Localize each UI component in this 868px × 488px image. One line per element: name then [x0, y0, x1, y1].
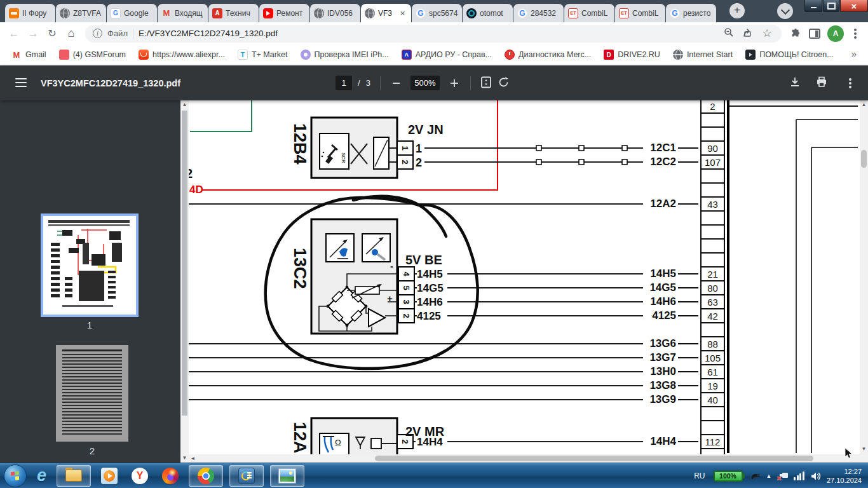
taskbar-media-player[interactable] [97, 465, 121, 487]
maximize-button[interactable] [823, 0, 839, 12]
bookmark-item[interactable]: D DRIVE2.RU [599, 47, 665, 62]
connector-row: 2 [644, 100, 725, 113]
print-icon[interactable] [816, 76, 827, 90]
close-icon[interactable] [398, 8, 407, 18]
bookmark-item[interactable]: T T+ Market [233, 47, 293, 62]
browser-tab[interactable]: II Фору [5, 4, 55, 22]
bookmark-item[interactable]: M Gmail [6, 47, 51, 62]
close-window-button[interactable] [840, 0, 868, 12]
browser-tab[interactable]: A Технич [208, 4, 259, 22]
connector-row [644, 183, 725, 197]
fit-page-icon[interactable] [480, 76, 492, 90]
taskbar-firefox[interactable] [158, 465, 182, 487]
bookmark-item[interactable]: (4) GSMForum [54, 47, 131, 62]
zoom-level-input[interactable]: 500% [410, 76, 440, 90]
new-tab-button[interactable] [729, 3, 745, 18]
taskbar-file-explorer[interactable] [57, 465, 91, 487]
zoom-out-icon[interactable] [393, 83, 400, 84]
volume-icon[interactable] [810, 471, 821, 481]
bookmark-item[interactable]: https://www.aliexpr... [133, 47, 230, 62]
browser-tab[interactable]: IDV056 [310, 4, 360, 22]
browser-tab[interactable]: ET CombiL [564, 4, 614, 22]
reload-button[interactable] [43, 25, 61, 43]
horizontal-scrollbar-thumb[interactable] [375, 456, 813, 461]
tab-title: IDV056 [327, 9, 356, 18]
zoom-page-icon[interactable] [722, 27, 736, 39]
sidebar-scrollbar[interactable]: ▲ ▼ [180, 100, 189, 463]
browser-tab[interactable]: Ремонт [259, 4, 309, 22]
taskbar-internet-explorer[interactable]: e [33, 465, 50, 487]
tab-favicon [466, 8, 477, 18]
sidebar-scrollbar-thumb[interactable] [182, 111, 187, 416]
page-1-thumbnail[interactable] [41, 214, 139, 317]
profile-avatar[interactable]: A [827, 25, 844, 42]
browser-tab[interactable]: otomot [463, 4, 513, 22]
tab-title: CombiL [581, 9, 611, 18]
tab-title: резисто [683, 9, 712, 18]
forward-button[interactable] [24, 25, 42, 43]
bookmark-item[interactable]: A АРДИО РУ - Справ... [397, 47, 497, 62]
battery-indicator[interactable]: 100% [714, 471, 745, 482]
pdf-more-options-icon[interactable] [843, 74, 858, 92]
bookmark-item[interactable]: Internet Start [668, 47, 738, 62]
browser-tab[interactable]: M Входящ [158, 4, 208, 22]
taskbar-clock[interactable]: 12:27 27.10.2024 [827, 467, 865, 485]
pin-number: 2 [398, 154, 412, 170]
url-scheme-label: Файл [107, 29, 128, 38]
connector-row [644, 323, 725, 337]
share-icon[interactable] [741, 28, 755, 39]
pdf-title: VF3YC2MFC12D27419_1320.pdf [41, 65, 180, 100]
bookmark-label: Internet Start [687, 50, 733, 59]
rotate-icon[interactable] [498, 76, 510, 90]
page-number-input[interactable]: 1 [336, 76, 352, 90]
browser-menu-icon[interactable] [848, 25, 863, 43]
back-button[interactable] [5, 25, 23, 43]
signal-strength-icon[interactable] [794, 471, 804, 480]
thumbnail-diagram-preview [43, 216, 136, 315]
zoom-in-icon[interactable] [451, 79, 458, 87]
bookmark-star-icon[interactable] [760, 27, 774, 40]
red-wire-label-4d: 4D [189, 184, 203, 196]
connector-row: 12C1 90 [644, 141, 725, 155]
home-button[interactable] [62, 25, 80, 43]
pdf-horizontal-scrollbar[interactable]: ◄ [189, 454, 858, 463]
connector-row: 14H6 63 [644, 295, 725, 309]
language-indicator[interactable]: RU [691, 471, 707, 480]
browser-tab[interactable]: G spc5674 [412, 4, 462, 22]
browser-tab[interactable]: G Google [107, 4, 157, 22]
connector-row: 14G5 80 [644, 281, 725, 295]
extensions-puzzle-icon[interactable] [787, 25, 804, 43]
start-button[interactable] [4, 464, 27, 487]
bookmarks-overflow-chevron[interactable]: » [844, 48, 864, 59]
hidden-icons-chevron[interactable]: ▲ [766, 473, 772, 479]
taskbar-control-panel[interactable] [229, 465, 264, 487]
plus-sign: + [387, 293, 393, 304]
page-2-thumbnail[interactable] [56, 345, 128, 442]
browser-tab[interactable]: G резисто [666, 4, 716, 22]
side-panel-icon[interactable] [806, 25, 824, 43]
browser-tab[interactable]: VF3 [361, 4, 411, 22]
bookmark-item[interactable]: ПОМОЩЬ! Citroen... [740, 47, 838, 62]
pdf-vertical-scrollbar[interactable]: ▲ ▼ [860, 100, 868, 454]
tab-favicon [314, 8, 324, 18]
bookmark-item[interactable]: Диагностика Merc... [499, 47, 596, 62]
url-text[interactable]: E:/VF3YC2MFC12D27419_1320.pdf [139, 29, 717, 38]
vertical-scrollbar-thumb[interactable] [861, 150, 867, 168]
address-bar[interactable]: Файл E:/VF3YC2MFC12D27419_1320.pdf [85, 25, 782, 43]
network-disconnected-icon[interactable]: × [777, 471, 788, 481]
taskbar-yandex-browser[interactable]: Y [128, 465, 152, 487]
pin-cell: 105 [700, 350, 725, 365]
tab-favicon: G [416, 8, 426, 18]
browser-tab[interactable]: Z8TVFA [56, 4, 106, 22]
minimize-button[interactable] [804, 0, 822, 12]
browser-tab[interactable]: G 284532 [513, 4, 564, 22]
browser-tab[interactable]: ET CombiL [615, 4, 665, 22]
download-icon[interactable] [789, 76, 801, 90]
taskbar-chrome[interactable] [189, 465, 223, 487]
menu-icon[interactable] [15, 78, 27, 87]
page-info-icon[interactable] [93, 29, 102, 38]
taskbar-photo-viewer[interactable] [270, 465, 304, 487]
bookmark-favicon [139, 50, 149, 60]
tab-search-chevron-icon[interactable] [777, 3, 793, 19]
bookmark-item[interactable]: Проверка IMEI iPh... [295, 47, 394, 62]
